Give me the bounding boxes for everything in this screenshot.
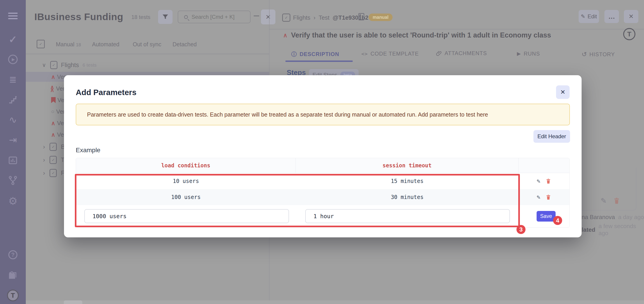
tests-count-label: 18 tests <box>132 14 150 20</box>
example-label: Example <box>76 147 100 154</box>
search-box[interactable] <box>178 10 250 23</box>
annotation-badge-4: 4 <box>553 216 562 225</box>
cell-load-conditions: 10 users <box>76 173 296 189</box>
breadcrumb: Flights › Test @T1e9301b2 <box>293 13 368 22</box>
branch-icon[interactable] <box>4 174 22 187</box>
parameters-table: load conditions session timeout 10 users… <box>76 158 570 228</box>
chevron-down-icon[interactable]: ∨ <box>42 62 46 68</box>
runs-play-icon[interactable]: ▶ <box>4 53 22 66</box>
search-input[interactable] <box>192 14 241 20</box>
header-divider <box>269 29 644 29</box>
edit-row-icon[interactable]: ✎ <box>536 178 540 184</box>
breadcrumb-type: Test <box>318 14 330 21</box>
edit-header-button[interactable]: Edit Header <box>534 130 570 143</box>
import-icon[interactable]: ⇥ <box>4 133 22 146</box>
toast-edge <box>64 301 82 304</box>
column-header-load-conditions: load conditions <box>76 158 296 173</box>
help-icon[interactable]: ? <box>4 249 22 261</box>
more-button[interactable]: … <box>604 10 619 23</box>
clear-search-button[interactable]: ✕ <box>261 9 276 24</box>
table-header-row: load conditions session timeout <box>76 158 570 173</box>
bookmark-icon <box>51 97 56 103</box>
reports-chart-icon[interactable] <box>4 154 22 167</box>
tab-out-of-sync[interactable]: Out of sync <box>133 41 161 48</box>
tree-folder-flights[interactable]: ∨ ✓ Flights 6 tests <box>26 60 269 70</box>
chevron-right-icon[interactable]: › <box>43 156 45 164</box>
info-icon: ⓘ <box>291 51 297 58</box>
activity-action: lated <box>582 226 596 233</box>
folder-name: Flights <box>61 62 79 69</box>
cell-actions: ✎ <box>518 189 570 205</box>
chevron-right-icon[interactable]: › <box>43 169 45 177</box>
cell-load-conditions: 100 users <box>76 189 296 205</box>
tests-list-icon: ✓ <box>37 40 45 48</box>
brand-logo-icon[interactable]: T <box>623 28 636 40</box>
cell-session-timeout: 15 minutes <box>296 173 518 189</box>
chevron-right-icon[interactable]: › <box>43 143 45 150</box>
pencil-icon: ✎ <box>581 13 585 20</box>
milestones-steps-icon[interactable] <box>4 93 22 106</box>
activity-user: na Baranova <box>582 214 615 221</box>
modal-close-button[interactable]: ✕ <box>556 85 570 99</box>
tab-code-template[interactable]: <>CODE TEMPLATE <box>361 51 419 57</box>
cell-actions: ✎ <box>518 173 570 189</box>
delete-row-icon[interactable] <box>546 194 551 201</box>
tab-history[interactable]: ↺HISTORY <box>582 51 615 58</box>
copy-icon[interactable] <box>360 14 361 19</box>
tab-attachments[interactable]: ATTACHMENTS <box>436 50 487 56</box>
new-load-conditions-input[interactable] <box>84 209 289 223</box>
breadcrumb-separator: › <box>314 14 316 21</box>
trash-icon[interactable] <box>613 197 620 205</box>
close-icon: ✕ <box>266 13 271 21</box>
folder-meta: 6 tests <box>82 62 96 68</box>
settings-gear-icon[interactable]: ⚙ <box>4 195 22 207</box>
pencil-icon[interactable]: ✎ <box>600 197 607 204</box>
severity-chevrons-up-icon: ∧∧ <box>50 86 54 91</box>
column-header-actions <box>518 158 570 173</box>
tab-automated[interactable]: Automated <box>92 41 120 48</box>
test-checkbox-icon[interactable]: ✓ <box>282 13 290 22</box>
info-banner: Parameters are used to create data-drive… <box>76 104 570 125</box>
breadcrumb-folder[interactable]: Flights <box>293 14 310 21</box>
tests-check-icon[interactable]: ✓ <box>4 33 22 46</box>
delete-row-icon[interactable] <box>546 178 551 185</box>
activity-row: lated a few seconds ago <box>582 223 644 237</box>
tab-description[interactable]: ⓘDESCRIPTION <box>291 51 339 58</box>
page-title: IBusiness Funding <box>34 11 123 22</box>
tab-runs[interactable]: ▶RUNS <box>517 51 540 57</box>
history-icon: ↺ <box>582 51 587 58</box>
test-title-row: ∧ Verify that the user is able to select… <box>283 31 551 39</box>
edit-row-icon[interactable]: ✎ <box>536 194 540 200</box>
severity-chevron-up-icon: ∧ <box>51 120 55 126</box>
table-row: 100 users 30 minutes ✎ <box>76 189 570 205</box>
app-logo[interactable]: T <box>4 289 22 302</box>
add-parameters-modal: Add Parameters ✕ Parameters are used to … <box>64 75 582 237</box>
activity-row: na Baranova a day ago <box>582 214 644 221</box>
test-label: Ver <box>56 108 65 115</box>
app-screen: { "glyphs": { "check": "✓", "play": "▶",… <box>0 0 644 304</box>
bottom-strip <box>26 301 644 304</box>
close-icon: ✕ <box>560 88 566 96</box>
filter-button[interactable] <box>158 10 172 24</box>
pulse-analytics-icon[interactable]: ∿ <box>4 113 22 126</box>
edit-button[interactable]: ✎Edit <box>579 10 599 23</box>
new-session-timeout-input[interactable] <box>305 209 510 223</box>
severity-chevron-up-icon: ∧ <box>51 131 55 138</box>
ellipsis-icon: … <box>608 13 615 20</box>
severity-chevron-up-icon: ∧ <box>283 32 288 39</box>
test-plans-icon[interactable]: ≣ <box>4 73 22 86</box>
severity-chevron-up-icon: ∧ <box>51 74 55 80</box>
close-test-button[interactable]: ✕ <box>624 10 638 23</box>
menu-icon[interactable] <box>4 9 22 22</box>
annotation-badge-3: 3 <box>516 225 526 234</box>
tab-manual[interactable]: Manual 18 <box>56 41 81 48</box>
save-button[interactable]: Save <box>536 211 556 222</box>
projects-icon[interactable] <box>4 269 22 282</box>
play-icon: ▶ <box>517 51 521 57</box>
table-row: 10 users 15 minutes ✎ <box>76 173 570 189</box>
info-banner-text: Parameters are used to create data-drive… <box>87 111 488 118</box>
tab-detached[interactable]: Detached <box>172 41 197 48</box>
funnel-icon <box>162 13 169 20</box>
modal-title: Add Parameters <box>76 88 136 97</box>
suite-doc-icon: ✓ <box>50 143 57 151</box>
